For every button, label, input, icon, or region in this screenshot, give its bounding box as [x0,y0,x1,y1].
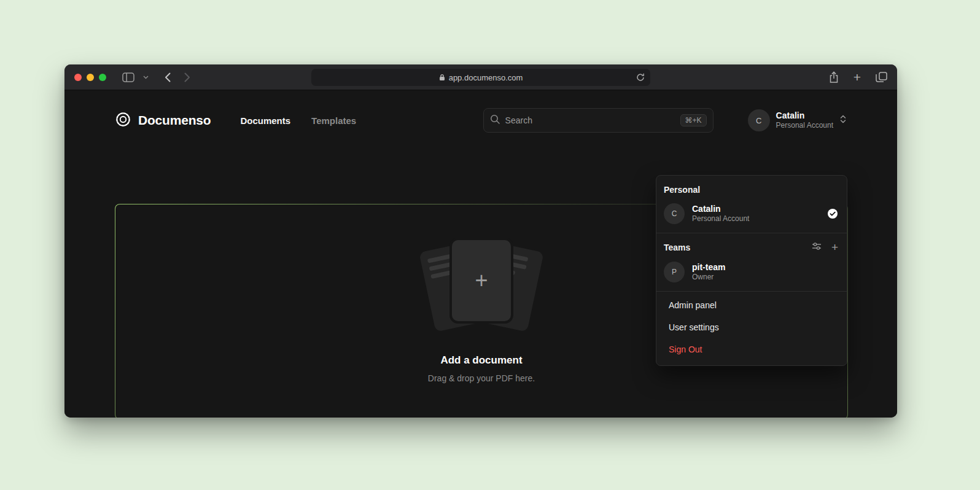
teams-section-header: Teams + [656,236,847,257]
account-dropdown-menu: Personal C Catalin Personal Account Team… [656,175,847,366]
personal-section-heading: Personal [656,179,847,199]
menu-item-sign-out[interactable]: Sign Out [656,338,847,360]
personal-account-name: Catalin [692,204,749,215]
account-text: Catalin Personal Account [776,111,833,131]
menu-divider [656,233,847,233]
search-bar[interactable]: ⌘+K [483,108,714,133]
team-name: pit-team [692,262,725,273]
team-item[interactable]: P pit-team Owner [656,257,847,289]
documenso-logo[interactable]: Documenso [115,111,211,130]
share-icon[interactable] [829,71,839,84]
documenso-logo-icon [115,111,131,130]
account-name: Catalin [776,111,833,122]
add-team-icon[interactable]: + [831,241,838,253]
toolbar-right-group: + [829,71,887,84]
menu-item-admin-panel[interactable]: Admin panel [656,294,847,316]
window-controls [74,74,106,81]
forward-button[interactable] [184,72,190,82]
brand-name: Documenso [138,113,211,128]
dropzone-title: Add a document [440,354,522,367]
address-url: app.documenso.com [449,73,523,82]
toolbar-left-group [122,72,190,82]
minimize-window-button[interactable] [87,74,94,81]
personal-account-type: Personal Account [692,214,749,224]
sidebar-toggle-icon[interactable] [122,72,134,82]
personal-account-text: Catalin Personal Account [692,204,749,224]
account-type: Personal Account [776,121,833,130]
search-shortcut-badge: ⌘+K [680,114,707,126]
account-menu-button[interactable]: C Catalin Personal Account [748,109,847,131]
team-avatar: P [664,262,685,282]
search-icon [490,114,500,126]
dropzone-subtitle: Drag & drop your PDF here. [428,373,535,383]
chevron-up-down-icon [839,114,847,126]
manage-teams-icon[interactable] [812,242,822,253]
personal-account-item[interactable]: C Catalin Personal Account [656,199,847,230]
address-bar[interactable]: app.documenso.com [311,69,650,86]
back-button[interactable] [165,72,171,82]
nav-documents[interactable]: Documents [240,115,290,126]
menu-divider [656,291,847,292]
document-card-center: + [452,240,511,321]
teams-section-heading: Teams [664,243,690,252]
selected-check-icon [827,208,838,219]
nav-templates[interactable]: Templates [311,115,356,126]
add-document-icon: + [475,268,488,294]
tab-overview-icon[interactable] [876,72,887,82]
lock-icon [439,74,445,81]
menu-item-user-settings[interactable]: User settings [656,316,847,338]
sidebar-chevron-down-icon[interactable] [143,76,149,79]
browser-window: app.documenso.com + [64,64,897,418]
document-stack-illustration: + [417,240,546,332]
new-tab-icon[interactable]: + [854,71,861,84]
documenso-app: Documenso Documents Templates ⌘+K C Cata… [64,103,897,418]
team-text: pit-team Owner [692,262,725,282]
zoom-window-button[interactable] [99,74,106,81]
team-role: Owner [692,273,725,282]
main-nav: Documents Templates [240,115,356,126]
search-input[interactable] [505,115,675,125]
browser-toolbar: app.documenso.com + [64,64,897,90]
teams-actions: + [812,241,838,253]
reload-icon[interactable] [636,73,645,82]
personal-account-avatar: C [664,203,685,224]
close-window-button[interactable] [74,74,82,81]
account-avatar: C [748,109,770,131]
app-header: Documenso Documents Templates ⌘+K C Cata… [115,103,847,138]
